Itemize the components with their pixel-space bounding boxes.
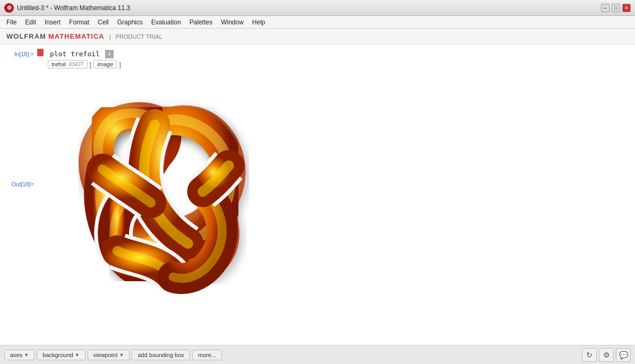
input-cell-content: plot trefoil + trefoil KNOT [ image ]: [48, 49, 635, 68]
suggestion-image[interactable]: image: [93, 60, 117, 68]
axes-chevron-icon: ▼: [24, 352, 29, 358]
minimize-button[interactable]: ─: [601, 4, 610, 12]
refresh-icon-button[interactable]: ↻: [582, 348, 597, 362]
chat-icon: 💬: [619, 351, 628, 359]
background-chevron-icon: ▼: [75, 352, 80, 358]
more-button[interactable]: more...: [192, 350, 222, 360]
menu-help[interactable]: Help: [248, 18, 270, 27]
trial-label: |: [108, 33, 113, 40]
output-cell-label: Out[18]=: [0, 75, 37, 187]
output-cell-row: Out[18]=: [0, 71, 635, 300]
chat-icon-button[interactable]: 💬: [616, 348, 631, 362]
background-label: background: [42, 352, 73, 358]
suggestion-trefoil[interactable]: trefoil KNOT: [48, 60, 88, 68]
suggestion-image-text: image: [97, 61, 113, 67]
menu-file[interactable]: File: [2, 18, 21, 27]
window-controls[interactable]: ─ □ ✕: [601, 4, 631, 12]
settings-icon-button[interactable]: ⚙: [599, 348, 614, 362]
input-cell-label: In[18]:=: [0, 49, 37, 57]
add-bounding-box-label: add bounding box: [138, 352, 184, 358]
window-title: Untitled-3 * - Wolfram Mathematica 11.3: [17, 4, 601, 12]
menu-evaluation[interactable]: Evaluation: [147, 18, 185, 27]
refresh-icon: ↻: [586, 351, 593, 359]
title-bar: ⚙ Untitled-3 * - Wolfram Mathematica 11.…: [0, 0, 635, 16]
cell-bracket[interactable]: [37, 49, 44, 56]
wolfram-header: WOLFRAM MATHEMATICA | PRODUCT TRIAL: [0, 29, 635, 45]
wolfram-label: WOLFRAM: [6, 32, 46, 40]
suggestion-trefoil-sub: KNOT: [69, 62, 84, 67]
viewpoint-button[interactable]: viewpoint ▼: [88, 350, 130, 360]
bracket-left: [: [90, 60, 92, 68]
input-cell-row: In[18]:= plot trefoil + trefoil KNOT [ i…: [0, 45, 635, 71]
mathematica-label: MATHEMATICA: [48, 32, 105, 40]
product-trial-label: PRODUCT TRIAL: [116, 33, 162, 40]
app-icon: ⚙: [4, 3, 14, 13]
bracket-right: ]: [119, 60, 121, 68]
gear-icon: ⚙: [603, 351, 610, 359]
menu-format[interactable]: Format: [65, 18, 93, 27]
trefoil-svg-main: [47, 76, 270, 299]
graphics-toolbar: axes ▼ background ▼ viewpoint ▼ add boun…: [0, 345, 635, 364]
axes-label: axes: [10, 352, 22, 358]
axes-button[interactable]: axes ▼: [4, 350, 35, 360]
menu-insert[interactable]: Insert: [40, 18, 65, 27]
notebook-area: In[18]:= plot trefoil + trefoil KNOT [ i…: [0, 45, 635, 345]
suggestion-row: trefoil KNOT [ image ]: [48, 59, 635, 68]
viewpoint-chevron-icon: ▼: [119, 352, 124, 358]
menu-edit[interactable]: Edit: [21, 18, 40, 27]
more-label: more...: [198, 352, 216, 358]
menu-bar: File Edit Insert Format Cell Graphics Ev…: [0, 16, 635, 29]
maximize-button[interactable]: □: [612, 4, 620, 12]
close-button[interactable]: ✕: [622, 4, 631, 12]
menu-cell[interactable]: Cell: [93, 18, 113, 27]
suggestion-trefoil-text: trefoil: [52, 61, 66, 67]
input-text[interactable]: plot trefoil: [48, 49, 102, 59]
add-bounding-box-button[interactable]: add bounding box: [132, 350, 190, 360]
menu-window[interactable]: Window: [217, 18, 248, 27]
add-cell-button[interactable]: +: [105, 50, 114, 58]
menu-graphics[interactable]: Graphics: [113, 18, 147, 27]
viewpoint-label: viewpoint: [93, 352, 118, 358]
menu-palettes[interactable]: Palettes: [185, 18, 217, 27]
trefoil-graphic[interactable]: [47, 75, 270, 298]
background-button[interactable]: background ▼: [37, 350, 85, 360]
